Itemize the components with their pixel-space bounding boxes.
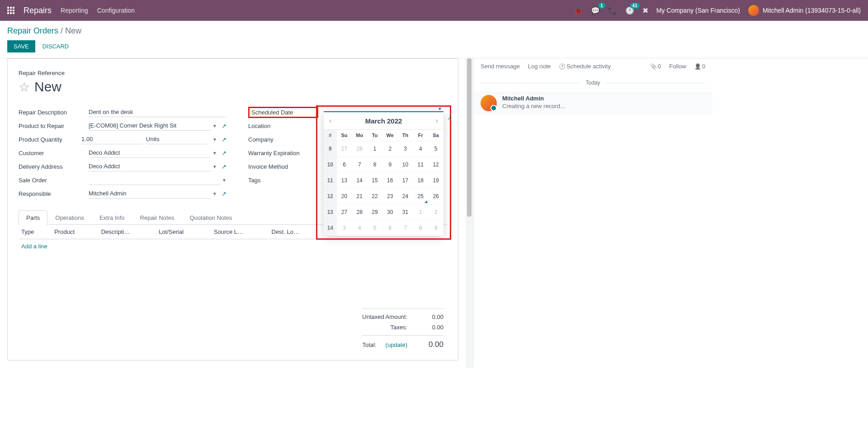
input-customer[interactable] [89,148,211,158]
discard-button[interactable]: DISCARD [42,43,69,50]
priority-star[interactable]: ☆ [19,80,30,95]
calendar-week-number: 12 [324,189,337,204]
user-menu[interactable]: Mitchell Admin (13934073-15-0-all) [748,5,861,16]
calendar-day[interactable]: 29 [367,204,382,220]
app-name[interactable]: Repairs [24,6,52,15]
update-link[interactable]: (update) [386,341,407,348]
calendar-day[interactable]: 15 [367,173,382,189]
external-link-icon[interactable]: ↗ [222,150,226,156]
calendar-day[interactable]: 28 [352,141,367,157]
calendar-day[interactable]: 22 [367,189,382,204]
tools-icon[interactable]: ✖ [642,6,648,15]
calendar-day[interactable]: 4 [413,141,428,157]
debug-icon[interactable]: 🐞 [574,6,583,15]
calendar-day[interactable]: 1 [413,204,428,220]
external-link-icon[interactable]: ↗ [447,114,452,121]
apps-icon[interactable] [7,7,14,14]
label-tags: Tags [248,177,318,184]
nav-configuration[interactable]: Configuration [97,7,135,14]
tab-operations[interactable]: Operations [47,210,92,225]
calendar-day[interactable]: 31 [398,204,413,220]
tab-quotation-notes[interactable]: Quotation Notes [182,210,240,225]
caret-icon[interactable]: ▼ [212,137,217,142]
input-product-to-repair[interactable] [89,121,211,131]
input-responsible[interactable] [89,189,211,199]
external-link-icon[interactable]: ↗ [222,190,226,197]
calendar-day[interactable]: 8 [413,220,428,236]
external-link-icon[interactable]: ↗ [222,123,226,129]
calendar-day[interactable]: 11 [413,157,428,173]
calendar-day[interactable]: 27 [337,204,352,220]
calendar-next-button[interactable]: › [436,117,438,125]
calendar-day[interactable]: 25 [413,189,428,204]
calendar-title[interactable]: March 2022 [365,117,402,125]
calendar-day[interactable]: 30 [382,204,398,220]
input-delivery-address[interactable] [89,161,211,171]
caret-icon[interactable]: ▼ [212,191,217,196]
calendar-day[interactable]: 23 [382,189,398,204]
activities-badge: 41 [630,3,640,9]
calendar-dow: Tu [367,130,382,141]
calendar-day[interactable]: 18 [413,173,428,189]
calendar-prev-button[interactable]: ‹ [329,117,331,125]
save-button[interactable]: SAVE [7,40,35,52]
tab-extra-info[interactable]: Extra Info [92,210,132,225]
activities-icon[interactable]: 🕐41 [625,6,634,15]
calendar-day[interactable]: 14 [352,173,367,189]
calendar-day[interactable]: 2 [428,204,443,220]
calendar-day[interactable]: 13 [337,173,352,189]
calendar-day[interactable]: 6 [337,157,352,173]
calendar-day[interactable]: 20 [337,189,352,204]
calendar-day[interactable]: 7 [398,220,413,236]
calendar-day[interactable]: 27 [337,141,352,157]
input-repair-description[interactable] [89,107,226,117]
external-link-icon[interactable]: ↗ [222,136,226,143]
calendar-day[interactable]: 4 [352,220,367,236]
messaging-icon[interactable]: 💬1 [591,6,600,15]
calendar-day[interactable]: 10 [398,157,413,173]
caret-icon[interactable]: ▼ [222,178,226,183]
calendar-day[interactable]: 1 [367,141,382,157]
caret-icon[interactable]: ▼ [212,151,217,156]
calendar-day[interactable]: 19 [428,173,443,189]
calendar-day[interactable]: 3 [398,141,413,157]
calendar-day[interactable]: 26 [428,189,443,204]
tab-repair-notes[interactable]: Repair Notes [132,210,182,225]
calendar-day[interactable]: 5 [428,141,443,157]
add-line-button[interactable]: Add a line [19,239,447,254]
calendar-day[interactable]: 17 [398,173,413,189]
attachments-button[interactable]: 0 [650,63,661,70]
external-link-icon[interactable]: ↗ [222,163,226,170]
calendar-day[interactable]: 28 [352,204,367,220]
schedule-activity-button[interactable]: Schedule activity [559,63,611,70]
calendar-day[interactable]: 2 [382,141,398,157]
calendar-day[interactable]: 9 [382,157,398,173]
calendar-day[interactable]: 6 [382,220,398,236]
calendar-day[interactable]: 5 [367,220,382,236]
caret-icon[interactable]: ▼ [212,164,217,169]
calendar-day[interactable]: 9 [428,220,443,236]
nav-reporting[interactable]: Reporting [61,7,88,14]
calendar-day[interactable]: 3 [337,220,352,236]
breadcrumb-parent[interactable]: Repair Orders [7,26,58,35]
company-selector[interactable]: My Company (San Francisco) [656,7,740,14]
calendar-day[interactable]: 24 [398,189,413,204]
send-message-button[interactable]: Send message [481,63,520,70]
calendar-day[interactable]: 7 [352,157,367,173]
follow-button[interactable]: Follow [669,63,686,70]
phone-icon[interactable]: 📞 [608,6,617,15]
calendar-day[interactable]: 8 [367,157,382,173]
input-sale-order[interactable] [89,175,220,185]
calendar-day[interactable]: 16 [382,173,398,189]
log-note-button[interactable]: Log note [528,63,551,70]
input-product-quantity[interactable] [81,134,142,144]
calendar-day[interactable]: 12 [428,157,443,173]
caret-icon[interactable]: ▼ [438,106,442,111]
tab-parts[interactable]: Parts [19,210,47,225]
calendar-day[interactable]: 21 [352,189,367,204]
caret-icon[interactable]: ▼ [212,123,217,128]
scrollbar[interactable] [466,58,473,368]
chatter: Send message Log note Schedule activity … [473,58,712,368]
followers-button[interactable]: 0 [694,63,705,70]
input-uom[interactable] [146,134,207,144]
